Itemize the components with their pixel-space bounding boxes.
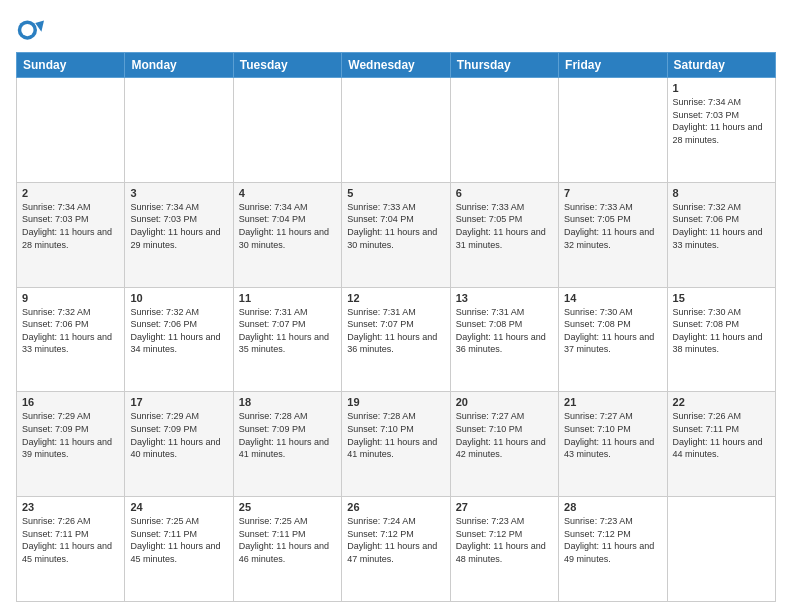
day-number: 16 [22, 396, 119, 408]
calendar-cell: 7Sunrise: 7:33 AM Sunset: 7:05 PM Daylig… [559, 182, 667, 287]
calendar-cell: 5Sunrise: 7:33 AM Sunset: 7:04 PM Daylig… [342, 182, 450, 287]
calendar-cell: 18Sunrise: 7:28 AM Sunset: 7:09 PM Dayli… [233, 392, 341, 497]
day-number: 3 [130, 187, 227, 199]
calendar-cell: 19Sunrise: 7:28 AM Sunset: 7:10 PM Dayli… [342, 392, 450, 497]
day-info: Sunrise: 7:31 AM Sunset: 7:08 PM Dayligh… [456, 306, 553, 356]
day-number: 1 [673, 82, 770, 94]
calendar-cell: 28Sunrise: 7:23 AM Sunset: 7:12 PM Dayli… [559, 497, 667, 602]
calendar-week-5: 23Sunrise: 7:26 AM Sunset: 7:11 PM Dayli… [17, 497, 776, 602]
day-info: Sunrise: 7:31 AM Sunset: 7:07 PM Dayligh… [239, 306, 336, 356]
logo-icon [16, 16, 44, 44]
calendar-week-4: 16Sunrise: 7:29 AM Sunset: 7:09 PM Dayli… [17, 392, 776, 497]
day-number: 27 [456, 501, 553, 513]
day-number: 11 [239, 292, 336, 304]
calendar-cell: 22Sunrise: 7:26 AM Sunset: 7:11 PM Dayli… [667, 392, 775, 497]
calendar-cell: 2Sunrise: 7:34 AM Sunset: 7:03 PM Daylig… [17, 182, 125, 287]
day-number: 5 [347, 187, 444, 199]
day-info: Sunrise: 7:34 AM Sunset: 7:03 PM Dayligh… [130, 201, 227, 251]
day-number: 10 [130, 292, 227, 304]
day-header-monday: Monday [125, 53, 233, 78]
calendar-cell [450, 78, 558, 183]
day-info: Sunrise: 7:25 AM Sunset: 7:11 PM Dayligh… [130, 515, 227, 565]
calendar-cell: 20Sunrise: 7:27 AM Sunset: 7:10 PM Dayli… [450, 392, 558, 497]
calendar-cell: 27Sunrise: 7:23 AM Sunset: 7:12 PM Dayli… [450, 497, 558, 602]
day-number: 13 [456, 292, 553, 304]
calendar-cell: 24Sunrise: 7:25 AM Sunset: 7:11 PM Dayli… [125, 497, 233, 602]
day-info: Sunrise: 7:26 AM Sunset: 7:11 PM Dayligh… [673, 410, 770, 460]
day-info: Sunrise: 7:27 AM Sunset: 7:10 PM Dayligh… [456, 410, 553, 460]
day-header-thursday: Thursday [450, 53, 558, 78]
day-info: Sunrise: 7:32 AM Sunset: 7:06 PM Dayligh… [673, 201, 770, 251]
day-number: 28 [564, 501, 661, 513]
day-info: Sunrise: 7:26 AM Sunset: 7:11 PM Dayligh… [22, 515, 119, 565]
day-number: 7 [564, 187, 661, 199]
calendar-week-2: 2Sunrise: 7:34 AM Sunset: 7:03 PM Daylig… [17, 182, 776, 287]
calendar-cell: 11Sunrise: 7:31 AM Sunset: 7:07 PM Dayli… [233, 287, 341, 392]
calendar-cell [125, 78, 233, 183]
calendar-cell: 25Sunrise: 7:25 AM Sunset: 7:11 PM Dayli… [233, 497, 341, 602]
day-info: Sunrise: 7:30 AM Sunset: 7:08 PM Dayligh… [673, 306, 770, 356]
day-info: Sunrise: 7:30 AM Sunset: 7:08 PM Dayligh… [564, 306, 661, 356]
day-info: Sunrise: 7:31 AM Sunset: 7:07 PM Dayligh… [347, 306, 444, 356]
day-number: 4 [239, 187, 336, 199]
day-info: Sunrise: 7:33 AM Sunset: 7:05 PM Dayligh… [564, 201, 661, 251]
day-info: Sunrise: 7:28 AM Sunset: 7:09 PM Dayligh… [239, 410, 336, 460]
calendar-cell: 3Sunrise: 7:34 AM Sunset: 7:03 PM Daylig… [125, 182, 233, 287]
day-number: 9 [22, 292, 119, 304]
day-info: Sunrise: 7:25 AM Sunset: 7:11 PM Dayligh… [239, 515, 336, 565]
calendar-cell: 4Sunrise: 7:34 AM Sunset: 7:04 PM Daylig… [233, 182, 341, 287]
day-number: 6 [456, 187, 553, 199]
day-info: Sunrise: 7:23 AM Sunset: 7:12 PM Dayligh… [456, 515, 553, 565]
day-number: 12 [347, 292, 444, 304]
day-info: Sunrise: 7:29 AM Sunset: 7:09 PM Dayligh… [130, 410, 227, 460]
day-header-friday: Friday [559, 53, 667, 78]
day-header-wednesday: Wednesday [342, 53, 450, 78]
day-number: 21 [564, 396, 661, 408]
day-number: 25 [239, 501, 336, 513]
calendar-cell [233, 78, 341, 183]
calendar-cell: 23Sunrise: 7:26 AM Sunset: 7:11 PM Dayli… [17, 497, 125, 602]
calendar-week-1: 1Sunrise: 7:34 AM Sunset: 7:03 PM Daylig… [17, 78, 776, 183]
calendar-cell [342, 78, 450, 183]
logo [16, 16, 48, 44]
calendar-table: SundayMondayTuesdayWednesdayThursdayFrid… [16, 52, 776, 602]
day-number: 26 [347, 501, 444, 513]
day-info: Sunrise: 7:32 AM Sunset: 7:06 PM Dayligh… [22, 306, 119, 356]
calendar-cell: 12Sunrise: 7:31 AM Sunset: 7:07 PM Dayli… [342, 287, 450, 392]
day-number: 15 [673, 292, 770, 304]
calendar-cell: 8Sunrise: 7:32 AM Sunset: 7:06 PM Daylig… [667, 182, 775, 287]
calendar-cell: 16Sunrise: 7:29 AM Sunset: 7:09 PM Dayli… [17, 392, 125, 497]
day-info: Sunrise: 7:32 AM Sunset: 7:06 PM Dayligh… [130, 306, 227, 356]
day-header-tuesday: Tuesday [233, 53, 341, 78]
calendar-cell: 17Sunrise: 7:29 AM Sunset: 7:09 PM Dayli… [125, 392, 233, 497]
day-number: 18 [239, 396, 336, 408]
calendar-cell: 6Sunrise: 7:33 AM Sunset: 7:05 PM Daylig… [450, 182, 558, 287]
calendar-cell [559, 78, 667, 183]
calendar-cell [17, 78, 125, 183]
calendar-cell: 15Sunrise: 7:30 AM Sunset: 7:08 PM Dayli… [667, 287, 775, 392]
day-info: Sunrise: 7:29 AM Sunset: 7:09 PM Dayligh… [22, 410, 119, 460]
day-number: 19 [347, 396, 444, 408]
calendar-week-3: 9Sunrise: 7:32 AM Sunset: 7:06 PM Daylig… [17, 287, 776, 392]
day-number: 14 [564, 292, 661, 304]
day-number: 2 [22, 187, 119, 199]
calendar-cell: 1Sunrise: 7:34 AM Sunset: 7:03 PM Daylig… [667, 78, 775, 183]
day-number: 22 [673, 396, 770, 408]
header [16, 16, 776, 44]
day-info: Sunrise: 7:34 AM Sunset: 7:03 PM Dayligh… [22, 201, 119, 251]
calendar-page: SundayMondayTuesdayWednesdayThursdayFrid… [0, 0, 792, 612]
calendar-cell: 13Sunrise: 7:31 AM Sunset: 7:08 PM Dayli… [450, 287, 558, 392]
day-header-sunday: Sunday [17, 53, 125, 78]
calendar-cell: 21Sunrise: 7:27 AM Sunset: 7:10 PM Dayli… [559, 392, 667, 497]
day-info: Sunrise: 7:28 AM Sunset: 7:10 PM Dayligh… [347, 410, 444, 460]
calendar-header-row: SundayMondayTuesdayWednesdayThursdayFrid… [17, 53, 776, 78]
calendar-cell: 9Sunrise: 7:32 AM Sunset: 7:06 PM Daylig… [17, 287, 125, 392]
day-info: Sunrise: 7:34 AM Sunset: 7:03 PM Dayligh… [673, 96, 770, 146]
day-header-saturday: Saturday [667, 53, 775, 78]
day-number: 8 [673, 187, 770, 199]
calendar-cell: 26Sunrise: 7:24 AM Sunset: 7:12 PM Dayli… [342, 497, 450, 602]
day-info: Sunrise: 7:34 AM Sunset: 7:04 PM Dayligh… [239, 201, 336, 251]
day-number: 24 [130, 501, 227, 513]
day-info: Sunrise: 7:33 AM Sunset: 7:04 PM Dayligh… [347, 201, 444, 251]
day-number: 23 [22, 501, 119, 513]
